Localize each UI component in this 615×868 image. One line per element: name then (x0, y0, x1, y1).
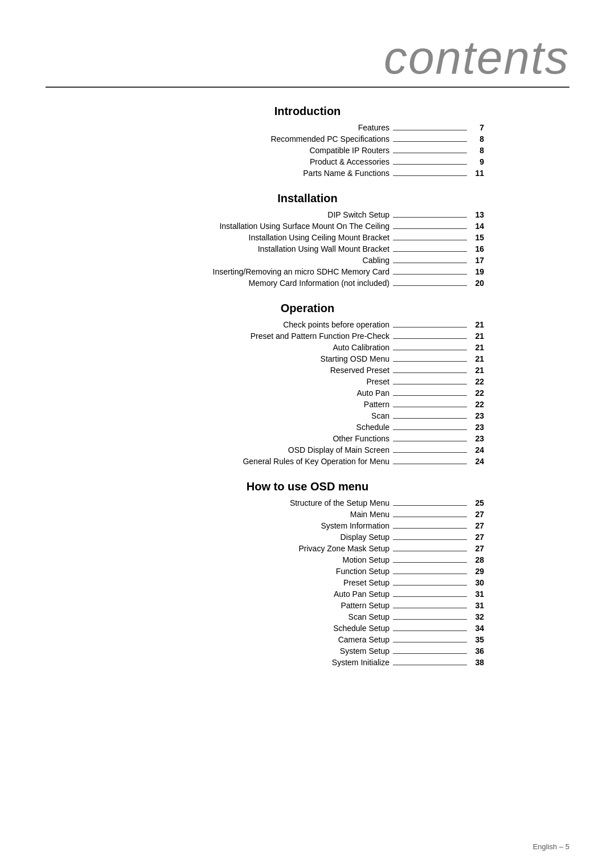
toc-entry-label: Privacy Zone Mask Setup (298, 544, 390, 553)
toc-entry-page: 14 (470, 222, 484, 231)
toc-entry-page: 24 (470, 445, 484, 455)
toc-entry: Product & Accessories9 (131, 157, 484, 167)
toc-entry-label: Installation Using Surface Mount On The … (219, 222, 390, 231)
toc-entry-label: Reserved Preset (330, 366, 390, 375)
toc-entry-page: 22 (470, 400, 484, 409)
toc-entry-label: Schedule (356, 423, 390, 432)
page-container: contents IntroductionFeatures7Recommende… (0, 0, 615, 868)
toc-entry: Installation Using Wall Mount Bracket16 (131, 244, 484, 254)
toc-entry-page: 11 (470, 169, 484, 178)
toc-dots (393, 585, 467, 586)
toc-section-installation: DIP Switch Setup13Installation Using Sur… (131, 210, 484, 288)
toc-entry-label: System Initialize (332, 658, 390, 667)
toc-entry-page: 30 (470, 578, 484, 587)
toc-dots (393, 327, 467, 327)
toc-entry-label: Installation Using Wall Mount Bracket (258, 244, 390, 253)
toc-dots (393, 653, 467, 654)
toc-dots (393, 228, 467, 229)
toc-entry: Function Setup29 (131, 566, 484, 576)
toc-entry-label: Cabling (363, 256, 390, 265)
toc-entry-label: Preset and Pattern Function Pre-Check (251, 331, 390, 341)
toc-entry: Main Menu27 (131, 509, 484, 519)
toc-dots (393, 464, 467, 464)
toc-entry-label: Function Setup (336, 567, 390, 576)
footer: English – 5 (533, 842, 569, 851)
toc-entry-page: 25 (470, 498, 484, 507)
toc-dots (393, 130, 467, 130)
toc-entry-page: 24 (470, 457, 484, 466)
toc-entry-page: 23 (470, 411, 484, 420)
toc-entry: Installation Using Ceiling Mount Bracket… (131, 232, 484, 243)
toc-dots (393, 164, 467, 165)
toc-entry-page: 27 (470, 510, 484, 519)
toc-entry-page: 23 (470, 434, 484, 443)
toc-entry-label: DIP Switch Setup (327, 210, 390, 219)
toc-entry-page: 8 (470, 134, 484, 144)
toc-entry-label: Other Functions (333, 434, 390, 443)
toc-entry: Preset and Pattern Function Pre-Check21 (131, 331, 484, 341)
toc-dots (393, 141, 467, 142)
toc-dots (393, 350, 467, 350)
toc-dots (393, 372, 467, 373)
toc-dots (393, 251, 467, 252)
toc-dots (393, 175, 467, 176)
page-title: contents (384, 31, 569, 83)
toc-entry-label: General Rules of Key Operation for Menu (243, 457, 390, 466)
toc-entry: DIP Switch Setup13 (131, 210, 484, 220)
toc-entry-label: System Setup (340, 646, 390, 656)
section-header-operation: Operation (46, 302, 569, 315)
toc-entry-label: Preset Setup (343, 578, 390, 587)
toc-entry-page: 34 (470, 624, 484, 633)
toc-dots (393, 263, 467, 263)
section-header-installation: Installation (46, 192, 569, 205)
toc-entry: Privacy Zone Mask Setup27 (131, 543, 484, 554)
toc-entry-page: 28 (470, 555, 484, 564)
toc-entry: Scan23 (131, 411, 484, 421)
toc-entry: Structure of the Setup Menu25 (131, 498, 484, 508)
toc-entry-page: 19 (470, 267, 484, 276)
toc-entry-page: 27 (470, 533, 484, 542)
toc-section-operation: Check points before operation21Preset an… (131, 320, 484, 466)
toc-entry-label: Schedule Setup (333, 624, 390, 633)
toc-entry: Installation Using Surface Mount On The … (131, 221, 484, 231)
toc-entry-page: 36 (470, 646, 484, 656)
toc-dots (393, 630, 467, 631)
toc-entry: Other Functions23 (131, 433, 484, 444)
toc-entry: Motion Setup28 (131, 555, 484, 565)
toc-entry: Display Setup27 (131, 532, 484, 542)
toc-dots (393, 384, 467, 384)
toc-entry-label: Auto Pan (356, 388, 390, 398)
toc-entry: Inserting/Removing an micro SDHC Memory … (131, 267, 484, 277)
toc-dots (393, 361, 467, 362)
toc-entry-page: 20 (470, 279, 484, 288)
toc-entry-label: Features (358, 123, 390, 132)
toc-entry: System Setup36 (131, 646, 484, 656)
toc-entry: Compatible IP Routers8 (131, 145, 484, 155)
toc-entry-page: 21 (470, 354, 484, 363)
toc-entry-page: 32 (470, 612, 484, 621)
toc-entry-label: Preset (367, 377, 390, 386)
toc-entry: Auto Pan22 (131, 388, 484, 398)
toc-dots (393, 217, 467, 218)
toc-entry: Pattern Setup31 (131, 600, 484, 611)
toc-entry: Auto Pan Setup31 (131, 589, 484, 599)
toc-dots (393, 608, 467, 608)
toc-entry-page: 21 (470, 320, 484, 329)
toc-entry-label: Scan Setup (348, 612, 390, 621)
toc-dots (393, 452, 467, 453)
toc-entry-page: 21 (470, 366, 484, 375)
toc-entry-page: 29 (470, 567, 484, 576)
toc-entry-page: 8 (470, 146, 484, 155)
toc-entry: Scan Setup32 (131, 612, 484, 622)
toc-entry-label: Recommended PC Specifications (270, 134, 390, 144)
toc-entry-page: 22 (470, 388, 484, 398)
title-area: contents (46, 34, 569, 88)
toc-entry-page: 35 (470, 635, 484, 644)
toc-entry: Starting OSD Menu21 (131, 354, 484, 364)
toc-entry-label: Product & Accessories (310, 157, 390, 166)
toc-entry-page: 13 (470, 210, 484, 219)
toc-entry: Camera Setup35 (131, 634, 484, 645)
toc-entry: Auto Calibration21 (131, 342, 484, 353)
toc-entry-label: Auto Pan Setup (334, 589, 390, 599)
toc-entry-label: Starting OSD Menu (321, 354, 390, 363)
